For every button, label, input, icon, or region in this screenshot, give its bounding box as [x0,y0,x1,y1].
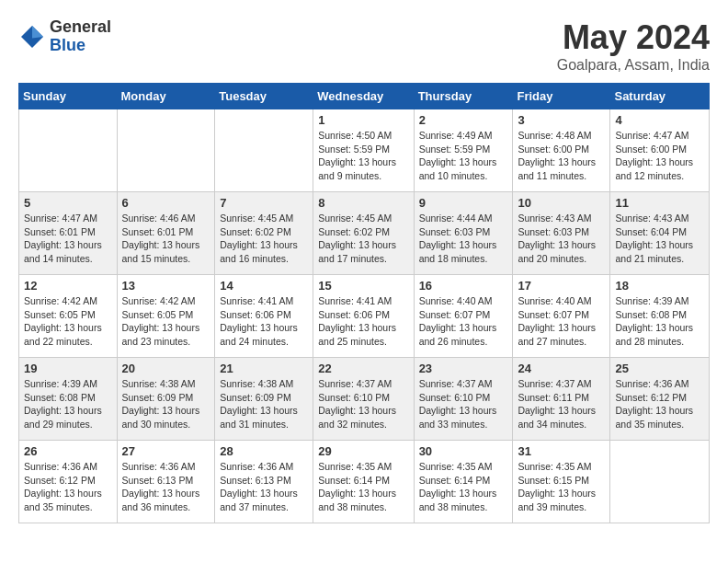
day-info: Sunrise: 4:38 AM Sunset: 6:09 PM Dayligh… [122,377,210,431]
calendar-week-row: 26Sunrise: 4:36 AM Sunset: 6:12 PM Dayli… [19,441,710,523]
day-info: Sunrise: 4:37 AM Sunset: 6:10 PM Dayligh… [318,377,408,431]
day-info: Sunrise: 4:50 AM Sunset: 5:59 PM Dayligh… [318,129,408,183]
day-number: 10 [518,196,605,210]
day-info: Sunrise: 4:35 AM Sunset: 6:14 PM Dayligh… [419,460,508,514]
calendar-week-row: 19Sunrise: 4:39 AM Sunset: 6:08 PM Dayli… [19,358,710,441]
day-number: 23 [419,362,508,375]
day-info: Sunrise: 4:36 AM Sunset: 6:13 PM Dayligh… [220,460,308,514]
calendar-cell: 16Sunrise: 4:40 AM Sunset: 6:07 PM Dayli… [414,275,513,358]
header-cell-thursday: Thursday [414,84,513,109]
day-number: 15 [318,279,408,293]
day-info: Sunrise: 4:38 AM Sunset: 6:09 PM Dayligh… [220,377,308,431]
calendar-cell: 19Sunrise: 4:39 AM Sunset: 6:08 PM Dayli… [19,358,118,441]
title-block: May 2024 Goalpara, Assam, India [557,18,710,74]
calendar-subtitle: Goalpara, Assam, India [557,57,710,74]
header-cell-friday: Friday [513,84,610,109]
header-cell-sunday: Sunday [19,84,118,109]
day-info: Sunrise: 4:40 AM Sunset: 6:07 PM Dayligh… [419,294,508,349]
calendar-week-row: 5Sunrise: 4:47 AM Sunset: 6:01 PM Daylig… [19,192,710,275]
calendar-cell: 20Sunrise: 4:38 AM Sunset: 6:09 PM Dayli… [117,358,215,441]
day-info: Sunrise: 4:48 AM Sunset: 6:00 PM Dayligh… [518,129,605,183]
calendar-cell: 24Sunrise: 4:37 AM Sunset: 6:11 PM Dayli… [513,358,610,441]
day-info: Sunrise: 4:42 AM Sunset: 6:05 PM Dayligh… [24,294,112,349]
calendar-cell: 7Sunrise: 4:45 AM Sunset: 6:02 PM Daylig… [215,192,313,275]
day-number: 25 [615,362,704,375]
day-info: Sunrise: 4:39 AM Sunset: 6:08 PM Dayligh… [24,377,112,431]
calendar-cell: 25Sunrise: 4:36 AM Sunset: 6:12 PM Dayli… [610,358,710,441]
calendar-table: SundayMondayTuesdayWednesdayThursdayFrid… [18,83,710,523]
page-header: General Blue May 2024 Goalpara, Assam, I… [18,18,710,74]
calendar-week-row: 12Sunrise: 4:42 AM Sunset: 6:05 PM Dayli… [19,275,710,358]
day-number: 17 [518,279,605,293]
calendar-cell: 5Sunrise: 4:47 AM Sunset: 6:01 PM Daylig… [19,192,118,275]
calendar-cell: 30Sunrise: 4:35 AM Sunset: 6:14 PM Dayli… [414,441,513,523]
header-cell-monday: Monday [117,84,215,109]
day-number: 26 [24,444,112,458]
day-number: 19 [24,362,112,375]
calendar-cell: 15Sunrise: 4:41 AM Sunset: 6:06 PM Dayli… [313,275,414,358]
header-cell-tuesday: Tuesday [215,84,313,109]
day-number: 2 [419,113,508,127]
calendar-cell: 6Sunrise: 4:46 AM Sunset: 6:01 PM Daylig… [117,192,215,275]
calendar-cell: 12Sunrise: 4:42 AM Sunset: 6:05 PM Dayli… [19,275,118,358]
day-number: 12 [24,279,112,293]
day-number: 6 [122,196,210,210]
calendar-cell [215,109,313,192]
day-number: 28 [220,444,308,458]
day-info: Sunrise: 4:41 AM Sunset: 6:06 PM Dayligh… [220,294,308,349]
day-info: Sunrise: 4:45 AM Sunset: 6:02 PM Dayligh… [220,212,308,266]
calendar-cell: 8Sunrise: 4:45 AM Sunset: 6:02 PM Daylig… [313,192,414,275]
calendar-cell: 26Sunrise: 4:36 AM Sunset: 6:12 PM Dayli… [19,441,118,523]
day-info: Sunrise: 4:35 AM Sunset: 6:14 PM Dayligh… [318,460,408,514]
calendar-week-row: 1Sunrise: 4:50 AM Sunset: 5:59 PM Daylig… [19,109,710,192]
calendar-cell [610,441,710,523]
day-number: 5 [24,196,112,210]
calendar-cell: 17Sunrise: 4:40 AM Sunset: 6:07 PM Dayli… [513,275,610,358]
header-cell-saturday: Saturday [610,84,710,109]
day-number: 1 [318,113,408,127]
day-info: Sunrise: 4:41 AM Sunset: 6:06 PM Dayligh… [318,294,408,349]
day-number: 24 [518,362,605,375]
calendar-cell: 4Sunrise: 4:47 AM Sunset: 6:00 PM Daylig… [610,109,710,192]
calendar-cell: 2Sunrise: 4:49 AM Sunset: 5:59 PM Daylig… [414,109,513,192]
calendar-cell: 29Sunrise: 4:35 AM Sunset: 6:14 PM Dayli… [313,441,414,523]
day-number: 31 [518,444,605,458]
day-info: Sunrise: 4:49 AM Sunset: 5:59 PM Dayligh… [419,129,508,183]
day-info: Sunrise: 4:37 AM Sunset: 6:11 PM Dayligh… [518,377,605,431]
logo-icon [18,23,46,51]
calendar-cell: 13Sunrise: 4:42 AM Sunset: 6:05 PM Dayli… [117,275,215,358]
day-number: 20 [122,362,210,375]
logo-general-text: General [50,18,111,37]
day-info: Sunrise: 4:46 AM Sunset: 6:01 PM Dayligh… [122,212,210,266]
calendar-cell: 31Sunrise: 4:35 AM Sunset: 6:15 PM Dayli… [513,441,610,523]
day-number: 9 [419,196,508,210]
calendar-cell: 22Sunrise: 4:37 AM Sunset: 6:10 PM Dayli… [313,358,414,441]
calendar-header-row: SundayMondayTuesdayWednesdayThursdayFrid… [19,84,710,109]
day-number: 8 [318,196,408,210]
day-number: 14 [220,279,308,293]
calendar-cell: 3Sunrise: 4:48 AM Sunset: 6:00 PM Daylig… [513,109,610,192]
svg-marker-1 [32,26,43,39]
calendar-cell: 28Sunrise: 4:36 AM Sunset: 6:13 PM Dayli… [215,441,313,523]
day-info: Sunrise: 4:43 AM Sunset: 6:03 PM Dayligh… [518,212,605,266]
logo: General Blue [18,18,111,55]
calendar-cell: 11Sunrise: 4:43 AM Sunset: 6:04 PM Dayli… [610,192,710,275]
day-info: Sunrise: 4:36 AM Sunset: 6:13 PM Dayligh… [122,460,210,514]
day-number: 21 [220,362,308,375]
logo-text: General Blue [50,18,111,55]
calendar-cell: 21Sunrise: 4:38 AM Sunset: 6:09 PM Dayli… [215,358,313,441]
day-number: 30 [419,444,508,458]
day-info: Sunrise: 4:42 AM Sunset: 6:05 PM Dayligh… [122,294,210,349]
day-number: 3 [518,113,605,127]
day-info: Sunrise: 4:35 AM Sunset: 6:15 PM Dayligh… [518,460,605,514]
calendar-cell: 9Sunrise: 4:44 AM Sunset: 6:03 PM Daylig… [414,192,513,275]
day-info: Sunrise: 4:44 AM Sunset: 6:03 PM Dayligh… [419,212,508,266]
calendar-cell [19,109,118,192]
day-info: Sunrise: 4:39 AM Sunset: 6:08 PM Dayligh… [615,294,704,349]
day-number: 7 [220,196,308,210]
day-number: 18 [615,279,704,293]
calendar-cell: 18Sunrise: 4:39 AM Sunset: 6:08 PM Dayli… [610,275,710,358]
day-info: Sunrise: 4:36 AM Sunset: 6:12 PM Dayligh… [615,377,704,431]
calendar-cell [117,109,215,192]
day-info: Sunrise: 4:45 AM Sunset: 6:02 PM Dayligh… [318,212,408,266]
